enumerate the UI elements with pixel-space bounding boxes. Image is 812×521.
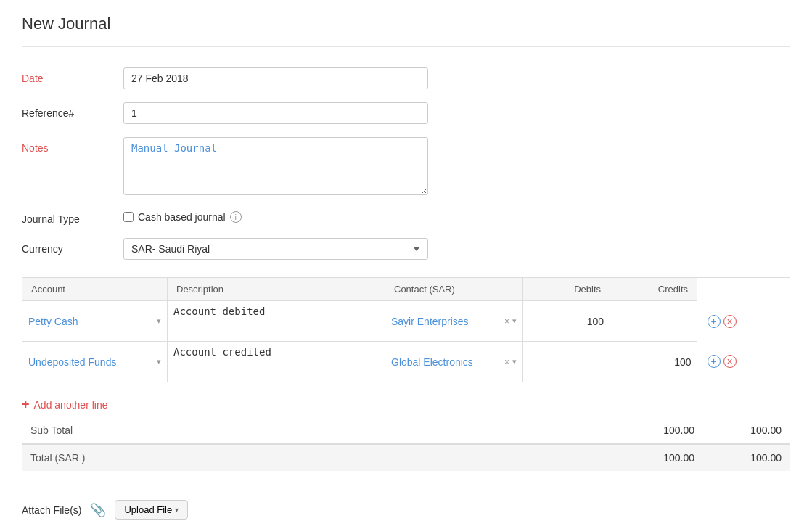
remove-row-btn-1[interactable]: × xyxy=(723,315,737,328)
remove-row-btn-2[interactable]: × xyxy=(723,355,737,368)
debit-input-2[interactable] xyxy=(529,356,604,368)
col-header-credits: Credits xyxy=(610,278,697,301)
credit-cell-1 xyxy=(610,301,697,342)
description-input-1[interactable]: Account debited xyxy=(173,305,379,335)
subtotal-credit: 100.00 xyxy=(703,417,790,443)
row-actions-2: + × xyxy=(697,342,790,382)
add-line-label: Add another line xyxy=(34,399,108,411)
contact-remove-2[interactable]: × xyxy=(504,357,509,367)
total-label: Total (SAR ) xyxy=(22,445,616,471)
upload-btn-label: Upload File xyxy=(124,504,172,515)
upload-file-button[interactable]: Upload File ▾ xyxy=(115,500,188,520)
description-input-2[interactable]: Account credited xyxy=(173,346,379,375)
col-header-contact: Contact (SAR) xyxy=(385,278,523,301)
date-label: Date xyxy=(22,67,123,84)
account-chevron-2: ▾ xyxy=(157,357,161,366)
account-cell-1: Petty Cash Undeposited Funds ▾ xyxy=(22,301,168,342)
credit-input-2[interactable] xyxy=(616,356,692,368)
totals-section: Sub Total 100.00 100.00 Total (SAR ) 100… xyxy=(22,417,790,471)
cash-based-info-icon[interactable]: i xyxy=(230,211,242,223)
credit-input-1[interactable] xyxy=(616,316,692,327)
date-input[interactable] xyxy=(123,67,428,89)
upload-caret-icon: ▾ xyxy=(175,506,179,514)
table-header-row: Account Description Contact (SAR) Debits… xyxy=(22,278,790,301)
add-line-plus-icon: + xyxy=(22,397,30,412)
subtotal-label: Sub Total xyxy=(22,417,616,443)
credit-cell-2 xyxy=(610,342,697,382)
contact-chevron-2[interactable]: ▾ xyxy=(512,357,517,366)
contact-chevron-1[interactable]: ▾ xyxy=(512,316,517,326)
add-row-btn-1[interactable]: + xyxy=(708,315,721,328)
paperclip-icon: 📎 xyxy=(90,502,106,518)
attach-section: Attach File(s) 📎 Upload File ▾ You can u… xyxy=(22,500,790,521)
journal-type-row: Journal Type Cash based journal i xyxy=(22,208,530,225)
debit-cell-2 xyxy=(523,342,610,382)
cash-based-checkbox[interactable] xyxy=(123,212,134,222)
contact-name-2: Global Electronics xyxy=(391,356,501,368)
table-row: Undeposited Funds Petty Cash ▾ Account c… xyxy=(22,342,790,382)
reference-row: Reference# xyxy=(22,102,530,124)
journal-form: Date Reference# Notes Manual Journal Jou… xyxy=(22,67,530,260)
total-row: Total (SAR ) 100.00 100.00 xyxy=(22,443,790,471)
journal-table: Account Description Contact (SAR) Debits… xyxy=(22,277,790,382)
total-credit: 100.00 xyxy=(703,445,790,471)
add-row-btn-2[interactable]: + xyxy=(708,355,721,368)
notes-textarea[interactable]: Manual Journal xyxy=(123,137,428,195)
currency-row: Currency SAR- Saudi Riyal USD- US Dollar… xyxy=(22,238,530,260)
currency-label: Currency xyxy=(22,238,123,255)
cash-based-label: Cash based journal xyxy=(138,211,226,223)
journal-type-label: Journal Type xyxy=(22,208,123,225)
contact-name-1: Sayir Enterprises xyxy=(391,316,501,327)
attach-row: Attach File(s) 📎 Upload File ▾ xyxy=(22,500,790,520)
page-title: New Journal xyxy=(22,15,790,47)
reference-label: Reference# xyxy=(22,102,123,119)
currency-select[interactable]: SAR- Saudi Riyal USD- US Dollar EUR- Eur… xyxy=(123,238,428,260)
date-row: Date xyxy=(22,67,530,89)
col-header-description: Description xyxy=(168,278,385,301)
journal-table-wrapper: Account Description Contact (SAR) Debits… xyxy=(22,277,790,471)
notes-row: Notes Manual Journal xyxy=(22,137,530,195)
attach-label: Attach File(s) xyxy=(22,504,81,516)
account-chevron-1: ▾ xyxy=(157,316,161,326)
account-select-1[interactable]: Petty Cash Undeposited Funds xyxy=(28,316,154,327)
description-cell-2: Account credited xyxy=(168,342,385,382)
table-row: Petty Cash Undeposited Funds ▾ Account d… xyxy=(22,301,790,342)
col-header-debits: Debits xyxy=(523,278,610,301)
contact-cell-1: Sayir Enterprises × ▾ xyxy=(385,301,523,342)
contact-cell-2: Global Electronics × ▾ xyxy=(385,342,523,382)
description-cell-1: Account debited xyxy=(168,301,385,342)
row-actions-1: + × xyxy=(697,301,790,342)
reference-input[interactable] xyxy=(123,102,428,124)
subtotal-debit: 100.00 xyxy=(616,417,703,443)
contact-remove-1[interactable]: × xyxy=(504,316,509,327)
notes-label: Notes xyxy=(22,137,123,154)
total-debit: 100.00 xyxy=(616,445,703,471)
debit-cell-1 xyxy=(523,301,610,342)
add-another-line-button[interactable]: + Add another line xyxy=(22,393,107,417)
subtotal-row: Sub Total 100.00 100.00 xyxy=(22,417,790,443)
account-select-2[interactable]: Undeposited Funds Petty Cash xyxy=(28,356,154,368)
account-cell-2: Undeposited Funds Petty Cash ▾ xyxy=(22,342,168,382)
col-header-account: Account xyxy=(22,278,168,301)
cash-based-checkbox-row: Cash based journal i xyxy=(123,208,242,223)
debit-input-1[interactable] xyxy=(529,316,604,327)
